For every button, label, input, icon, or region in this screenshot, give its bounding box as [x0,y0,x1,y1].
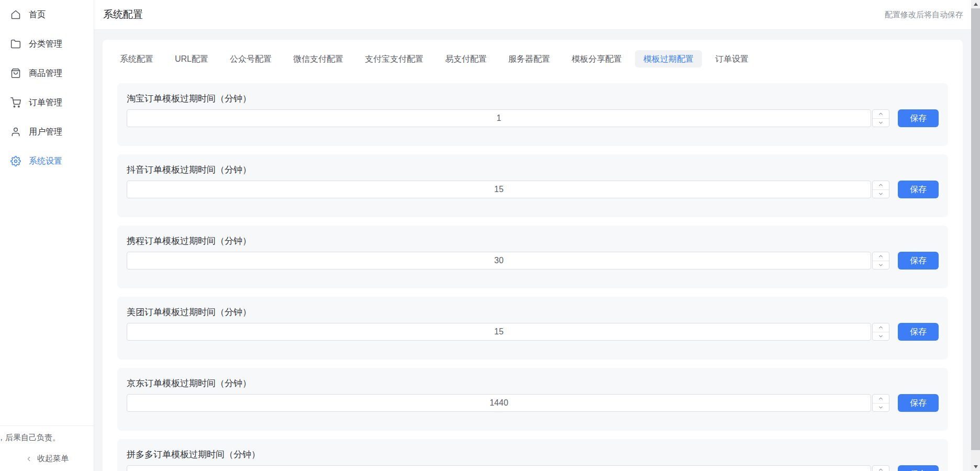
save-button[interactable]: 保存 [898,252,939,270]
user-icon [10,127,21,137]
config-section-meituan: 美团订单模板过期时间（分钟） 保存 [117,297,948,360]
bag-icon [10,68,21,78]
spinner-up-button[interactable] [873,466,889,471]
scroll-up-button[interactable] [971,0,980,8]
config-section-pinduoduo: 拼多多订单模板过期时间（分钟） 保存 [117,439,948,471]
spinner-up-button[interactable] [873,252,889,261]
tab-0[interactable]: 系统配置 [112,50,162,68]
number-spinner [872,109,889,127]
expiry-minutes-input[interactable] [127,109,871,127]
section-label: 抖音订单模板过期时间（分钟） [127,164,939,175]
section-label: 拼多多订单模板过期时间（分钟） [127,449,939,460]
page-header: 系统配置 配置修改后将自动保存 [94,0,980,30]
sidebar-item-label: 系统设置 [29,156,62,167]
save-button[interactable]: 保存 [898,323,939,341]
spinner-down-button[interactable] [873,261,889,270]
number-spinner [872,252,889,270]
page-title: 系统配置 [103,8,143,21]
spinner-up-button[interactable] [873,110,889,118]
save-button[interactable]: 保存 [898,465,939,471]
section-input-row: 保存 [127,465,939,471]
number-spinner [872,181,889,198]
tab-7[interactable]: 模板分享配置 [563,50,630,68]
section-label: 美团订单模板过期时间（分钟） [127,307,939,318]
sidebar-item-category[interactable]: 分类管理 [0,29,94,59]
sidebar-item-user[interactable]: 用户管理 [0,117,94,147]
section-input-row: 保存 [127,109,939,127]
home-icon [10,9,21,20]
expiry-minutes-input[interactable] [127,323,871,341]
number-spinner [872,394,889,412]
config-section-xiecheng: 携程订单模板过期时间（分钟） 保存 [117,226,948,288]
number-spinner [872,323,889,341]
sidebar-item-order[interactable]: 订单管理 [0,88,94,117]
app-window: 首页 分类管理 商品管理 订单管理 用户管理 系统设置 ，后果自己负责。 收起菜… [0,0,980,471]
sidebar-item-label: 订单管理 [29,97,62,108]
footer-notice-text: ，后果自己负责。 [0,433,94,442]
config-tabs: 系统配置URL配置公众号配置微信支付配置支付宝支付配置易支付配置服务器配置模板分… [103,50,963,68]
sidebar-item-label: 用户管理 [29,127,62,138]
tab-9[interactable]: 订单设置 [707,50,757,68]
config-section-taobao: 淘宝订单模板过期时间（分钟） 保存 [117,83,948,146]
section-input-row: 保存 [127,323,939,341]
auto-save-note: 配置修改后将自动保存 [885,10,963,20]
tab-1[interactable]: URL配置 [166,50,217,68]
tab-6[interactable]: 服务器配置 [500,50,559,68]
expiry-minutes-input[interactable] [127,465,871,471]
collapse-menu-label: 收起菜单 [37,454,69,464]
save-button[interactable]: 保存 [898,109,939,127]
main-area: 系统配置 配置修改后将自动保存 系统配置URL配置公众号配置微信支付配置支付宝支… [94,0,980,471]
spinner-down-button[interactable] [873,332,889,341]
scrollbar-thumb[interactable] [971,8,980,450]
sidebar-item-home[interactable]: 首页 [0,0,94,29]
section-input-row: 保存 [127,181,939,198]
section-label: 淘宝订单模板过期时间（分钟） [127,93,939,104]
section-label: 携程订单模板过期时间（分钟） [127,236,939,246]
expiry-minutes-input[interactable] [127,394,871,412]
sidebar-item-label: 首页 [29,9,46,20]
expiry-minutes-input[interactable] [127,181,871,198]
tab-3[interactable]: 微信支付配置 [285,50,352,68]
save-button[interactable]: 保存 [898,394,939,412]
sidebar-item-label: 商品管理 [29,68,62,79]
chevron-left-icon [25,455,32,463]
sidebar-item-settings[interactable]: 系统设置 [0,147,94,176]
sidebar-item-product[interactable]: 商品管理 [0,59,94,88]
config-section-jingdong: 京东订单模板过期时间（分钟） 保存 [117,368,948,431]
spinner-down-button[interactable] [873,189,889,198]
number-spinner [872,465,889,471]
collapse-menu-button[interactable]: 收起菜单 [0,454,94,464]
sidebar: 首页 分类管理 商品管理 订单管理 用户管理 系统设置 ，后果自己负责。 收起菜… [0,0,94,471]
gear-icon [10,156,21,166]
spinner-down-button[interactable] [873,118,889,127]
spinner-up-button[interactable] [873,395,889,403]
scroll-down-button[interactable] [971,463,980,471]
triangle-up-icon [974,3,978,6]
cart-icon [10,97,21,108]
spinner-down-button[interactable] [873,403,889,412]
section-input-row: 保存 [127,394,939,412]
tab-4[interactable]: 支付宝支付配置 [357,50,432,68]
sidebar-item-label: 分类管理 [29,39,62,50]
save-button[interactable]: 保存 [898,181,939,198]
config-section-douyin: 抖音订单模板过期时间（分钟） 保存 [117,154,948,217]
tab-2[interactable]: 公众号配置 [221,50,280,68]
section-label: 京东订单模板过期时间（分钟） [127,378,939,389]
tab-5[interactable]: 易支付配置 [437,50,495,68]
section-input-row: 保存 [127,252,939,270]
sidebar-footer: ，后果自己负责。 收起菜单 [0,425,94,471]
config-card: 系统配置URL配置公众号配置微信支付配置支付宝支付配置易支付配置服务器配置模板分… [103,40,963,471]
config-sections: 淘宝订单模板过期时间（分钟） 保存 抖音订单模板过期时间（分钟） [103,68,963,471]
spinner-up-button[interactable] [873,323,889,332]
sidebar-menu: 首页 分类管理 商品管理 订单管理 用户管理 系统设置 [0,0,94,176]
tab-8[interactable]: 模板过期配置 [635,50,702,68]
triangle-down-icon [974,465,978,468]
vertical-scrollbar[interactable] [971,0,980,471]
spinner-up-button[interactable] [873,181,889,189]
folder-icon [10,39,21,49]
expiry-minutes-input[interactable] [127,252,871,270]
